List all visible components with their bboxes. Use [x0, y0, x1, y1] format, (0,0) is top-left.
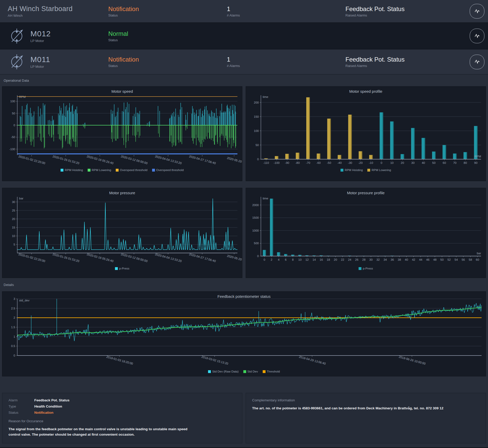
svg-text:10: 10 — [298, 258, 302, 261]
svg-text:0: 0 — [257, 158, 259, 161]
type-field-label: Type — [9, 404, 34, 408]
motor-row-m012[interactable]: M012 LP Motor Normal Status — [0, 23, 488, 49]
svg-text:bar: bar — [477, 252, 481, 255]
motor-raised-alarm: Feedback Pot. Status — [345, 56, 456, 63]
svg-text:RPM: RPM — [19, 95, 26, 98]
svg-text:40: 40 — [405, 258, 408, 261]
svg-text:3: 3 — [14, 297, 15, 300]
svg-text:34: 34 — [384, 258, 387, 261]
svg-text:80: 80 — [464, 161, 467, 164]
pulse-icon — [474, 33, 481, 39]
svg-text:-50: -50 — [11, 136, 15, 139]
reason-for-occurance-title: Reason for Occurance — [9, 419, 236, 423]
motor-type: LP Motor — [30, 39, 51, 43]
svg-text:30: 30 — [12, 200, 15, 204]
svg-text:-100: -100 — [274, 161, 279, 164]
motor-status-label: Status — [108, 38, 227, 42]
chart-feedback-pot-status[interactable]: Feedback potentiometer status Std Dev (R… — [2, 291, 486, 376]
complementary-info-panel: Complementary information The art. no. o… — [246, 393, 486, 443]
svg-text:52: 52 — [448, 258, 451, 261]
svg-text:2018-01-03 18:20:00: 2018-01-03 18:20:00 — [106, 355, 133, 365]
motor-name: M011 — [30, 55, 50, 64]
chart-motor-speed[interactable]: Motor speed RPM HoistingRPM LoweringOver… — [2, 86, 242, 181]
chart-motor-pressure-profile[interactable]: Motor pressure profile p-Press 050010001… — [246, 188, 486, 278]
svg-text:10: 10 — [390, 161, 394, 164]
svg-text:0: 0 — [264, 258, 265, 261]
svg-text:2018-04-29 13:06:40: 2018-04-29 13:06:40 — [299, 355, 326, 365]
svg-text:-80: -80 — [295, 161, 300, 164]
svg-text:2020-04-27 17:06:40: 2020-04-27 17:06:40 — [189, 155, 216, 165]
svg-text:-100: -100 — [9, 148, 15, 151]
asset-trend-button[interactable] — [470, 4, 484, 19]
pulse-icon — [474, 8, 481, 15]
page-subtitle: AH Winch — [8, 14, 108, 18]
motor-status-value: Normal — [108, 30, 227, 37]
svg-text:2018-06-26 10:00:00: 2018-06-26 10:00:00 — [399, 355, 426, 365]
chart-motor-pressure[interactable]: Motor pressure p-Press 51015202530bar202… — [2, 188, 242, 278]
svg-text:0.5: 0.5 — [11, 344, 15, 348]
svg-text:6: 6 — [285, 258, 286, 261]
svg-text:60: 60 — [476, 258, 479, 261]
svg-text:100: 100 — [10, 100, 15, 103]
svg-text:90: 90 — [474, 161, 477, 164]
svg-text:std_dev: std_dev — [19, 299, 30, 302]
svg-text:2020-01-02 22:20:00: 2020-01-02 22:20:00 — [18, 253, 45, 263]
svg-text:bar: bar — [19, 197, 23, 200]
svg-text:-30: -30 — [348, 161, 352, 164]
chart-motor-speed-profile[interactable]: Motor speed profile RPM HoistingRPM Lowe… — [246, 86, 486, 181]
svg-text:50: 50 — [255, 143, 259, 147]
svg-text:50: 50 — [12, 112, 15, 115]
type-field-value: Health Condition — [34, 404, 236, 408]
svg-text:38: 38 — [398, 258, 401, 261]
svg-text:2: 2 — [14, 316, 15, 319]
motor-type: LP Motor — [30, 65, 50, 69]
svg-text:2: 2 — [271, 258, 272, 261]
reason-for-occurance-body: The signal from the feedback potmeter on… — [9, 427, 194, 437]
motor-m012-trend-button[interactable] — [470, 29, 484, 43]
svg-text:1500: 1500 — [252, 216, 259, 219]
svg-text:-40: -40 — [337, 161, 342, 164]
svg-text:14: 14 — [312, 258, 316, 261]
complementary-info-body: The art. no. of the potmeter is 4583-993… — [252, 406, 479, 410]
svg-text:26: 26 — [355, 258, 359, 261]
svg-text:36: 36 — [391, 258, 394, 261]
svg-text:2020-01-26 01:53:20: 2020-01-26 01:53:20 — [52, 253, 80, 263]
svg-text:54: 54 — [454, 258, 458, 261]
svg-text:200: 200 — [254, 101, 259, 104]
motor-m011-trend-button[interactable] — [470, 55, 484, 69]
svg-text:0: 0 — [14, 124, 15, 127]
svg-text:50: 50 — [440, 258, 444, 261]
asset-raised-alarm-label: Raised Alarms — [345, 13, 456, 17]
motor-row-m011[interactable]: M011 LP Motor Notification Status 1 # Al… — [0, 49, 488, 74]
svg-text:40: 40 — [422, 161, 425, 164]
svg-text:24: 24 — [348, 258, 351, 261]
svg-text:2020-01-26 01:53:20: 2020-01-26 01:53:20 — [52, 155, 80, 165]
page-title: AH Winch Starboard — [8, 5, 108, 13]
motor-icon — [9, 28, 25, 44]
motor-alarm-count-label: # Alarms — [227, 64, 345, 68]
svg-text:50: 50 — [432, 161, 436, 164]
svg-text:2020-02-18 05:26:40: 2020-02-18 05:26:40 — [86, 253, 114, 263]
svg-text:44: 44 — [419, 258, 422, 261]
svg-text:4: 4 — [278, 258, 280, 261]
svg-text:0: 0 — [257, 255, 259, 258]
svg-text:56: 56 — [462, 258, 465, 261]
svg-text:-10: -10 — [369, 161, 373, 164]
svg-text:1: 1 — [14, 335, 15, 338]
svg-text:46: 46 — [426, 258, 429, 261]
svg-text:28: 28 — [362, 258, 366, 261]
alarm-details-panel: Alarm Feedback Pot. Status Type Health C… — [2, 393, 242, 443]
svg-text:2020-04-27 17:06:40: 2020-04-27 17:06:40 — [189, 253, 216, 263]
svg-text:30: 30 — [411, 161, 415, 164]
asset-alarm-count: 1 — [227, 5, 345, 13]
svg-text:8: 8 — [292, 258, 294, 261]
svg-text:16: 16 — [320, 258, 323, 261]
asset-raised-alarm: Feedback Pot. Status — [345, 5, 456, 13]
svg-text:2020-04-04 13:33:20: 2020-04-04 13:33:20 — [155, 155, 182, 165]
svg-text:18: 18 — [327, 258, 330, 261]
svg-text:2020-05-20: 2020-05-20 — [227, 156, 242, 163]
complementary-info-title: Complementary information — [252, 398, 479, 402]
status-field-value: Notification — [34, 411, 236, 415]
svg-text:25: 25 — [12, 209, 15, 212]
svg-text:2000: 2000 — [252, 204, 259, 207]
